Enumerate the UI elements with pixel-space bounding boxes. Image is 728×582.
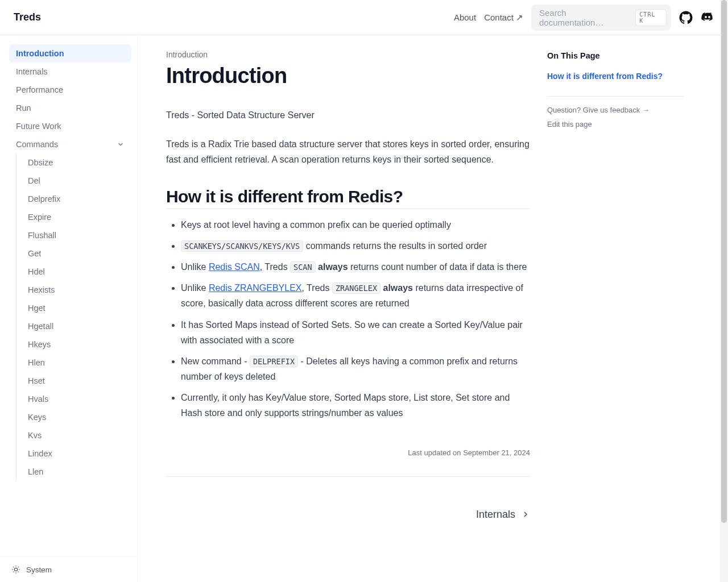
sidebar-item-hvals[interactable]: Hvals	[19, 390, 131, 408]
breadcrumb: Introduction	[166, 50, 530, 59]
search-input[interactable]: Search documentation… CTRL K	[531, 5, 671, 31]
svg-line-8	[18, 567, 19, 567]
sidebar-item-label: Get	[28, 249, 41, 258]
sidebar-item-label: Flushall	[28, 231, 56, 240]
sidebar-item-hdel[interactable]: Hdel	[19, 263, 131, 281]
page-title: Introduction	[166, 64, 530, 88]
sidebar-item-label: Internals	[16, 67, 48, 76]
last-updated: Last updated on September 21, 2024	[166, 448, 530, 477]
sidebar-item-label: Run	[16, 103, 31, 113]
brand[interactable]: Treds	[14, 11, 41, 23]
list-item: SCANKEYS/SCANKVS/KEYS/KVS commands retur…	[181, 238, 530, 253]
nav-about[interactable]: About	[454, 13, 476, 22]
sidebar-item-internals[interactable]: Internals	[9, 63, 131, 81]
sidebar-item-kvs[interactable]: Kvs	[19, 426, 131, 444]
sidebar-item-commands[interactable]: Commands	[9, 135, 131, 153]
divider	[547, 96, 684, 97]
sidebar-item-label: Kvs	[28, 431, 42, 440]
header: Treds About Contact ↗ Search documentati…	[0, 0, 728, 35]
sun-icon	[11, 565, 20, 574]
sidebar-item-label: Hget	[28, 304, 46, 313]
nav-contact[interactable]: Contact ↗	[484, 13, 523, 23]
list-item: It has Sorted Maps instead of Sorted Set…	[181, 317, 530, 348]
section-heading: How it is different from Redis?	[166, 187, 530, 209]
intro-description: Treds is a Radix Trie based data structu…	[166, 136, 530, 167]
bold: always	[383, 283, 412, 293]
sidebar-item-label: Hvals	[28, 394, 48, 404]
list-item: New command - DELPREFIX - Deletes all ke…	[181, 354, 530, 384]
header-nav: About Contact ↗ Search documentation… CT…	[454, 5, 714, 31]
sidebar-item-run[interactable]: Run	[9, 99, 131, 117]
sidebar-item-dbsize[interactable]: Dbsize	[19, 153, 131, 172]
next-page-link[interactable]: Internals	[166, 509, 530, 521]
sidebar-item-hkeys[interactable]: Hkeys	[19, 335, 131, 354]
scrollbar-thumb[interactable]	[721, 0, 727, 523]
theme-switcher[interactable]: System	[0, 556, 137, 582]
github-icon[interactable]	[679, 11, 693, 24]
list-item: Unlike Redis SCAN, Treds SCAN always ret…	[181, 259, 530, 275]
list-text: Unlike	[181, 262, 209, 272]
sidebar-item-label: Dbsize	[28, 158, 53, 167]
sidebar-scroll[interactable]: Introduction Internals Performance Run F…	[0, 35, 137, 556]
list-text: returns count number of data if data is …	[348, 262, 527, 272]
redis-zrangebylex-link[interactable]: Redis ZRANGEBYLEX	[209, 283, 302, 293]
sidebar-item-label: Commands	[16, 140, 58, 149]
list-text: It has Sorted Maps instead of Sorted Set…	[181, 320, 523, 345]
toc-title: On This Page	[547, 51, 684, 60]
sidebar-item-hget[interactable]: Hget	[19, 299, 131, 317]
sidebar-item-label: Hdel	[28, 267, 45, 276]
intro-tagline: Treds - Sorted Data Structure Server	[166, 107, 530, 123]
content-area: Introduction Introduction Treds - Sorted…	[138, 35, 728, 582]
sidebar-item-label: Future Work	[16, 122, 61, 131]
sidebar-item-future-work[interactable]: Future Work	[9, 117, 131, 135]
sidebar-item-lindex[interactable]: Lindex	[19, 444, 131, 463]
search-placeholder: Search documentation…	[539, 8, 630, 27]
sidebar-item-hexists[interactable]: Hexists	[19, 281, 131, 299]
svg-line-3	[13, 567, 14, 567]
list-text: Keys at root level having a common prefi…	[181, 220, 451, 230]
sidebar-item-hlen[interactable]: Hlen	[19, 354, 131, 372]
svg-line-7	[13, 572, 14, 572]
sidebar-item-label: Llen	[28, 467, 43, 476]
toc: On This Page How it is different from Re…	[547, 50, 684, 559]
sidebar-item-expire[interactable]: Expire	[19, 208, 131, 226]
list-item: Unlike Redis ZRANGEBYLEX, Treds ZRANGELE…	[181, 280, 530, 311]
sidebar-item-del[interactable]: Del	[19, 172, 131, 190]
feedback-link[interactable]: Question? Give us feedback →	[547, 106, 684, 114]
list-text: Currently, it only has Key/Value store, …	[181, 393, 510, 418]
sidebar-item-label: Hexists	[28, 285, 55, 294]
theme-label: System	[26, 566, 52, 574]
code: DELPREFIX	[250, 356, 298, 367]
search-kbd: CTRL K	[635, 9, 667, 26]
sidebar-commands-list: Dbsize Del Delprefix Expire Flushall Get…	[16, 153, 131, 481]
next-page-label: Internals	[476, 509, 515, 521]
sidebar-item-label: Delprefix	[28, 194, 60, 203]
edit-page-link[interactable]: Edit this page	[547, 120, 684, 128]
sidebar-item-performance[interactable]: Performance	[9, 81, 131, 99]
list-text: , Treds	[302, 283, 332, 293]
sidebar-item-label: Expire	[28, 213, 51, 222]
discord-icon[interactable]	[701, 11, 714, 24]
sidebar-item-hgetall[interactable]: Hgetall	[19, 317, 131, 335]
diff-list: Keys at root level having a common prefi…	[166, 217, 530, 421]
code: SCAN	[290, 261, 316, 273]
toc-link-diff[interactable]: How it is different from Redis?	[547, 70, 684, 82]
list-item: Currently, it only has Key/Value store, …	[181, 390, 530, 421]
sidebar: Introduction Internals Performance Run F…	[0, 35, 138, 582]
list-text: Unlike	[181, 283, 209, 293]
sidebar-item-introduction[interactable]: Introduction	[9, 44, 131, 63]
sidebar-item-hset[interactable]: Hset	[19, 372, 131, 390]
sidebar-item-keys[interactable]: Keys	[19, 408, 131, 426]
sidebar-item-label: Hkeys	[28, 340, 51, 349]
page-scrollbar[interactable]	[720, 0, 728, 582]
list-item: Keys at root level having a common prefi…	[181, 217, 530, 232]
sidebar-item-delprefix[interactable]: Delprefix	[19, 190, 131, 208]
redis-scan-link[interactable]: Redis SCAN	[209, 262, 260, 272]
code: ZRANGELEX	[332, 282, 380, 294]
sidebar-item-label: Keys	[28, 413, 46, 422]
sidebar-item-llen[interactable]: Llen	[19, 463, 131, 481]
sidebar-item-flushall[interactable]: Flushall	[19, 226, 131, 244]
chevron-right-icon	[521, 510, 530, 519]
sidebar-item-label: Lindex	[28, 449, 52, 458]
sidebar-item-get[interactable]: Get	[19, 244, 131, 263]
